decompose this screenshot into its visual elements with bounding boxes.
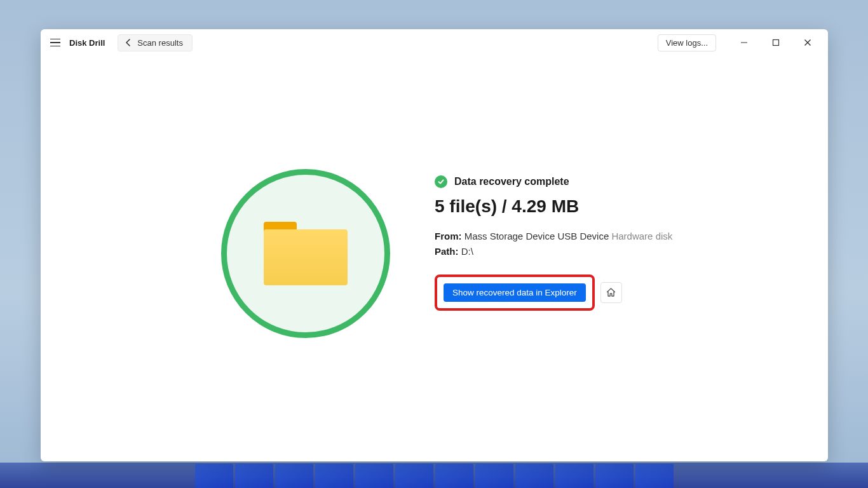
info-panel: Data recovery complete 5 file(s) / 4.29 … <box>435 169 672 311</box>
status-line: Data recovery complete <box>435 175 672 188</box>
maximize-button[interactable] <box>767 34 785 51</box>
taskbar-decoration <box>195 464 674 488</box>
taskbar-area <box>0 463 868 488</box>
from-label: From: <box>435 231 462 241</box>
menu-icon[interactable] <box>49 36 63 50</box>
path-value: D:\ <box>461 246 473 257</box>
path-line: Path: D:\ <box>435 246 672 257</box>
view-logs-button[interactable]: View logs... <box>658 34 716 51</box>
from-line: From: Mass Storage Device USB Device Har… <box>435 231 672 241</box>
home-icon <box>606 287 616 298</box>
highlight-annotation: Show recovered data in Explorer <box>435 274 595 311</box>
app-title: Disk Drill <box>69 38 105 48</box>
close-button[interactable] <box>799 34 817 51</box>
window-controls <box>735 34 824 51</box>
check-circle-icon <box>435 175 447 188</box>
minimize-button[interactable] <box>735 34 753 51</box>
folder-icon <box>264 222 348 285</box>
success-graphic <box>221 169 390 338</box>
svg-rect-1 <box>773 40 779 46</box>
scan-results-label: Scan results <box>137 38 183 48</box>
chevron-left-icon <box>125 39 132 46</box>
content-area: Data recovery complete 5 file(s) / 4.29 … <box>41 56 828 461</box>
from-suffix: Hardware disk <box>611 231 672 241</box>
home-button[interactable] <box>600 282 622 303</box>
status-text: Data recovery complete <box>454 176 569 187</box>
app-window: Disk Drill Scan results View logs... <box>41 29 828 461</box>
show-in-explorer-button[interactable]: Show recovered data in Explorer <box>444 283 586 302</box>
action-row: Show recovered data in Explorer <box>435 274 672 311</box>
recovery-summary: 5 file(s) / 4.29 MB <box>435 196 672 217</box>
from-value: Mass Storage Device USB Device <box>465 231 609 241</box>
titlebar: Disk Drill Scan results View logs... <box>41 29 828 56</box>
scan-results-button[interactable]: Scan results <box>118 34 193 51</box>
path-label: Path: <box>435 246 459 257</box>
